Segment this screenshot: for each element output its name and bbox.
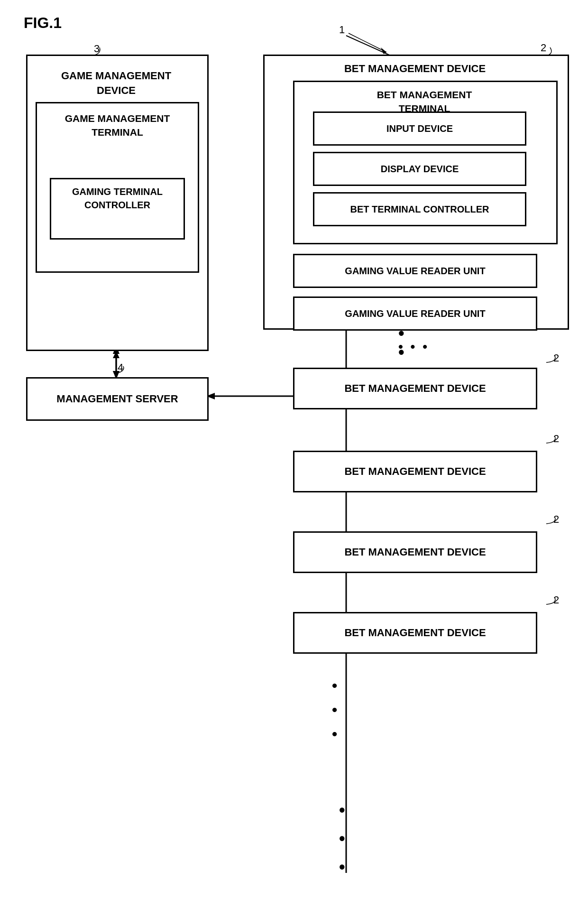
ref2d-line	[531, 513, 560, 530]
bet-management-device-4-label: BET MANAGEMENT DEVICE	[344, 546, 486, 558]
bet-management-device-5-box: BET MANAGEMENT DEVICE	[293, 612, 537, 654]
svg-marker-39	[113, 351, 119, 358]
management-server-label: MANAGEMENT SERVER	[56, 393, 178, 405]
input-device-label: INPUT DEVICE	[386, 123, 453, 134]
svg-text:•: •	[339, 800, 345, 820]
bet-management-device-5-label: BET MANAGEMENT DEVICE	[344, 627, 486, 639]
management-server-box: MANAGEMENT SERVER	[26, 377, 209, 421]
bet-management-device-main-label: BET MANAGEMENT DEVICE	[285, 62, 545, 76]
bet-management-device-3-box: BET MANAGEMENT DEVICE	[293, 451, 537, 492]
fig-label: FIG.1	[24, 14, 62, 32]
bidirectional-arrow	[107, 349, 145, 382]
ref2b-line	[531, 352, 560, 369]
svg-marker-40	[113, 371, 119, 378]
svg-line-33	[349, 33, 386, 52]
ref2e-line	[531, 594, 560, 611]
gaming-terminal-controller-label: GAMING TERMINALCONTROLLER	[52, 185, 183, 212]
svg-text:•: •	[339, 857, 345, 877]
bet-management-device-2-box: BET MANAGEMENT DEVICE	[293, 368, 537, 409]
game-management-device-label: GAME MANAGEMENT DEVICE	[43, 69, 190, 98]
display-device-box: DISPLAY DEVICE	[313, 152, 526, 186]
bet-management-device-2-label: BET MANAGEMENT DEVICE	[344, 382, 486, 395]
gaming-value-reader-1-label: GAMING VALUE READER UNIT	[345, 266, 485, 277]
bet-management-device-4-box: BET MANAGEMENT DEVICE	[293, 531, 537, 573]
bet-management-device-3-label: BET MANAGEMENT DEVICE	[344, 465, 486, 478]
game-management-terminal-label: GAME MANAGEMENTTERMINAL	[47, 111, 187, 139]
gaming-value-reader-2-label: GAMING VALUE READER UNIT	[345, 308, 485, 319]
svg-marker-34	[381, 47, 386, 54]
svg-text:•: •	[339, 829, 345, 848]
dots-bottom: •••	[332, 674, 337, 747]
dots-readers: • • •	[398, 339, 429, 354]
display-device-label: DISPLAY DEVICE	[381, 164, 459, 175]
gaming-value-reader-2-box: GAMING VALUE READER UNIT	[293, 296, 537, 331]
bet-terminal-controller-label: BET TERMINAL CONTROLLER	[350, 204, 489, 215]
gaming-value-reader-1-box: GAMING VALUE READER UNIT	[293, 254, 537, 288]
ref2c-line	[531, 433, 560, 449]
bet-terminal-controller-box: BET TERMINAL CONTROLLER	[313, 192, 526, 226]
diagram: FIG.1	[0, 0, 588, 908]
input-device-box: INPUT DEVICE	[313, 111, 526, 146]
